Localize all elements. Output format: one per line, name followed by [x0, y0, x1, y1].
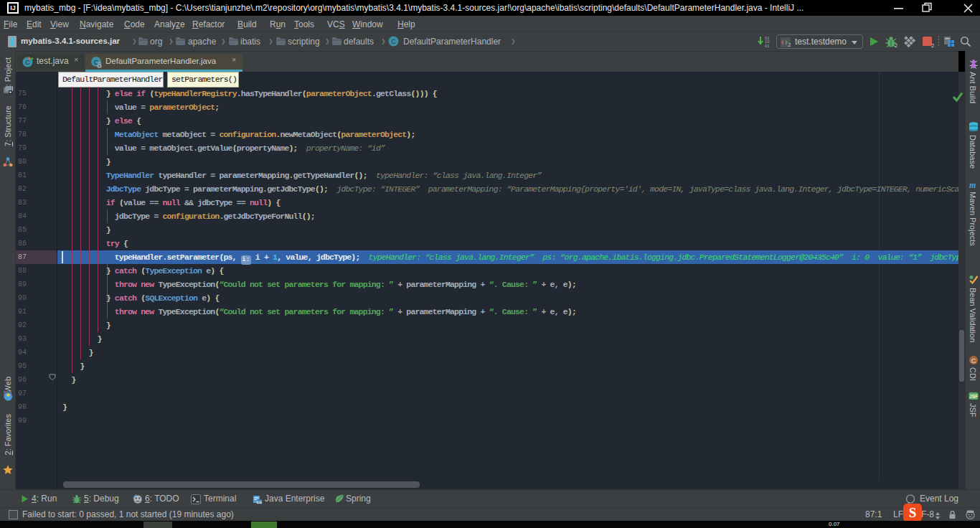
svg-text:EE: EE: [256, 500, 262, 504]
svg-text:01: 01: [765, 44, 770, 49]
svg-text:JSF: JSF: [969, 394, 978, 399]
svg-text:2: 2: [931, 42, 934, 48]
svg-text:C: C: [25, 59, 30, 66]
svg-text:C: C: [391, 38, 396, 45]
svg-text:2: 2: [788, 42, 791, 47]
svg-text:2: 2: [895, 42, 897, 48]
svg-text:m: m: [969, 180, 976, 189]
svg-text:C: C: [971, 357, 976, 364]
